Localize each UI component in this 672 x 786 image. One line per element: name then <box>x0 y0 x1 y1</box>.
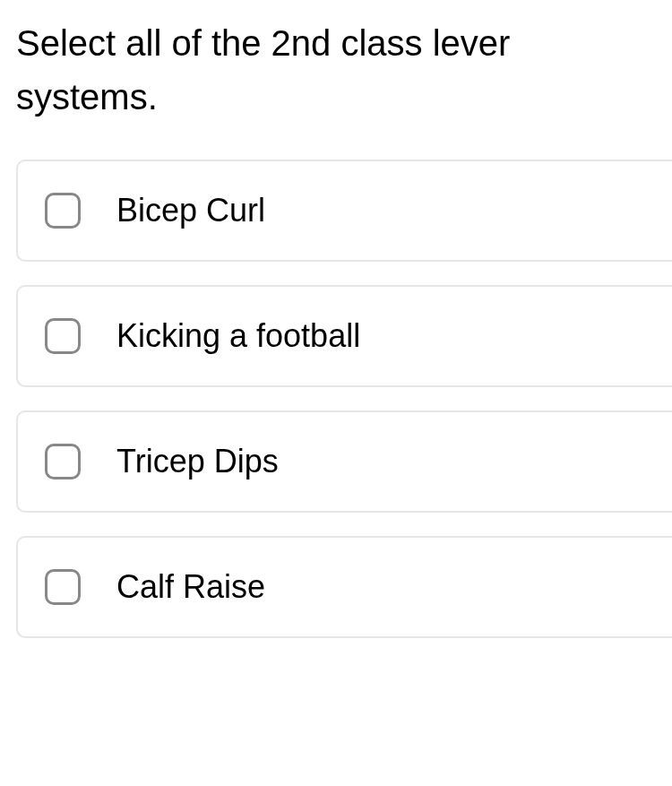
option-item[interactable]: Bicep Curl <box>16 160 672 262</box>
option-item[interactable]: Kicking a football <box>16 285 672 387</box>
options-list: Bicep Curl Kicking a football Tricep Dip… <box>16 160 672 638</box>
checkbox-icon[interactable] <box>45 569 81 605</box>
option-label: Tricep Dips <box>116 443 279 480</box>
option-label: Bicep Curl <box>116 192 265 229</box>
checkbox-icon[interactable] <box>45 193 81 229</box>
option-label: Calf Raise <box>116 568 265 606</box>
checkbox-icon[interactable] <box>45 444 81 479</box>
option-item[interactable]: Calf Raise <box>16 536 672 638</box>
checkbox-icon[interactable] <box>45 318 81 354</box>
option-label: Kicking a football <box>116 317 360 355</box>
question-text: Select all of the 2nd class lever system… <box>16 16 672 124</box>
option-item[interactable]: Tricep Dips <box>16 410 672 513</box>
